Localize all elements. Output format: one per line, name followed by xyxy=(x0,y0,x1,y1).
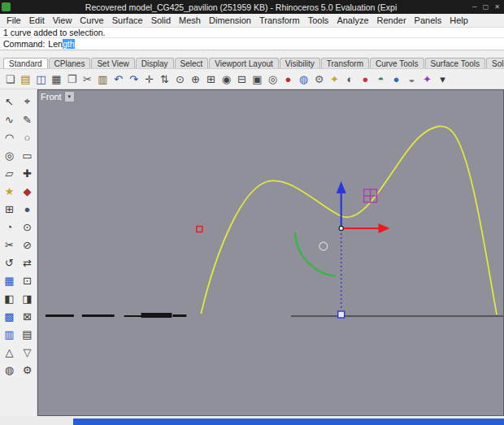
torus-tool-icon[interactable]: ⊙ xyxy=(19,219,37,235)
magnet-icon[interactable]: ✦ xyxy=(419,72,435,87)
yellow-curve[interactable] xyxy=(201,126,497,314)
viewport-layout-icon[interactable]: ⊟ xyxy=(234,72,250,87)
polyline-tool-icon[interactable]: ✎ xyxy=(19,111,37,128)
cplane-icon[interactable]: ◎ xyxy=(265,72,280,87)
menu-item-curve[interactable]: Curve xyxy=(76,15,107,25)
tab-viewport-layout[interactable]: Viewport Layout xyxy=(209,58,279,68)
trim-tool-icon[interactable]: ✂ xyxy=(1,236,19,253)
sphere-tool-icon[interactable]: ● xyxy=(19,201,37,217)
named-views-icon[interactable]: ▣ xyxy=(250,72,265,87)
zoom-icon[interactable]: ⊙ xyxy=(172,72,188,87)
tab-visibility[interactable]: Visibility xyxy=(280,58,320,68)
front-viewport[interactable]: Front ▾ xyxy=(37,89,504,416)
curve-tool-icon[interactable]: ∿ xyxy=(1,111,19,128)
shade-tool-icon[interactable]: ◍ xyxy=(1,362,19,378)
viewport-canvas[interactable] xyxy=(38,90,503,415)
gumball-plane-handle[interactable] xyxy=(364,189,377,202)
layer-tool-icon[interactable]: ▥ xyxy=(1,326,19,342)
shaded-view-icon[interactable]: ◍ xyxy=(296,72,311,87)
gumball-origin[interactable] xyxy=(339,226,343,230)
hatch-tool-icon[interactable]: ▩ xyxy=(1,308,19,324)
tab-set-view[interactable]: Set View xyxy=(91,58,134,68)
print-icon[interactable]: ▦ xyxy=(49,72,64,87)
rectangle-tool-icon[interactable]: ▭ xyxy=(19,147,37,163)
cylinder-tool-icon[interactable]: ◔ xyxy=(1,219,19,235)
render-globe-icon[interactable]: ◓ xyxy=(373,72,389,87)
menu-item-analyze[interactable]: Analyze xyxy=(332,15,372,25)
menu-item-solid[interactable]: Solid xyxy=(147,15,175,25)
properties-tool-icon[interactable]: ▤ xyxy=(19,326,37,342)
project-tool-icon[interactable]: ▽ xyxy=(19,344,37,360)
flattened-geometry[interactable] xyxy=(46,313,186,318)
rotate-tool-icon[interactable]: ↺ xyxy=(1,254,19,271)
paste-icon[interactable]: ▥ xyxy=(95,72,111,87)
more-tools-icon[interactable]: ▾ xyxy=(435,72,450,87)
minimize-button[interactable]: ─ xyxy=(472,3,477,11)
box-tool-icon[interactable]: ⊞ xyxy=(1,201,19,217)
select-tool-icon[interactable]: ↖ xyxy=(1,93,19,110)
viewport-menu-dropdown[interactable]: ▾ xyxy=(64,91,75,102)
zoom-window-icon[interactable]: ⊕ xyxy=(188,72,203,87)
array-tool-icon[interactable]: ▦ xyxy=(1,272,19,288)
tab-surface-tools[interactable]: Surface Tools xyxy=(425,58,485,68)
copy-icon[interactable]: ❐ xyxy=(64,72,80,87)
menu-item-dimension[interactable]: Dimension xyxy=(205,15,255,25)
maximize-button[interactable]: ▢ xyxy=(483,3,489,11)
gumball-y-arrow-head[interactable] xyxy=(337,181,346,193)
tab-standard[interactable]: Standard xyxy=(3,58,48,68)
light-icon[interactable]: ✦ xyxy=(327,72,342,87)
menu-item-transform[interactable]: Transform xyxy=(255,15,304,25)
car-icon[interactable]: ● xyxy=(280,72,296,87)
save-icon[interactable]: ◫ xyxy=(33,72,49,87)
close-button[interactable]: ✕ xyxy=(494,3,500,11)
command-input[interactable]: Command: Length xyxy=(0,38,504,50)
curve-start-point[interactable] xyxy=(197,227,202,232)
pan-icon[interactable]: ⇅ xyxy=(157,72,172,87)
fillet-tool-icon[interactable]: ◧ xyxy=(1,290,19,306)
surface-tool-icon[interactable]: ✚ xyxy=(19,165,37,181)
polygon-tool-icon[interactable]: ▱ xyxy=(1,165,19,181)
options-icon[interactable]: ⚙ xyxy=(311,72,327,87)
align-tool-icon[interactable]: △ xyxy=(1,344,19,360)
green-arc[interactable] xyxy=(295,232,336,276)
menu-item-mesh[interactable]: Mesh xyxy=(175,15,205,25)
menu-item-edit[interactable]: Edit xyxy=(25,15,49,25)
menu-item-panels[interactable]: Panels xyxy=(411,15,446,25)
render-icon[interactable]: ● xyxy=(358,72,373,87)
menu-item-help[interactable]: Help xyxy=(445,15,472,25)
move-icon[interactable]: ✛ xyxy=(141,72,157,87)
tab-curve-tools[interactable]: Curve Tools xyxy=(370,58,424,68)
tab-cplanes[interactable]: CPlanes xyxy=(49,58,91,68)
render-preview-icon[interactable]: ◐ xyxy=(342,72,358,87)
tab-select[interactable]: Select xyxy=(175,58,209,68)
arc-tool-icon[interactable]: ◠ xyxy=(1,129,19,145)
redo-icon[interactable]: ↷ xyxy=(126,72,141,87)
menu-item-render[interactable]: Render xyxy=(373,15,411,25)
solid-tool-icon[interactable]: ◆ xyxy=(19,183,37,199)
settings-tool-icon[interactable]: ⚙ xyxy=(19,362,37,378)
gumball-x-arrow-head[interactable] xyxy=(379,223,390,233)
curve-end-point[interactable] xyxy=(338,311,345,318)
split-tool-icon[interactable]: ⊘ xyxy=(19,236,37,253)
point-tool-icon[interactable]: ⌖ xyxy=(19,93,37,110)
cut-icon[interactable]: ✂ xyxy=(80,72,95,87)
undo-icon[interactable]: ↶ xyxy=(111,72,126,87)
menu-item-view[interactable]: View xyxy=(49,15,76,25)
menu-item-surface[interactable]: Surface xyxy=(108,15,147,25)
sphere-icon[interactable]: ● xyxy=(389,72,404,87)
open-file-icon[interactable]: ▤ xyxy=(18,72,33,87)
extend-tool-icon[interactable]: ⊡ xyxy=(19,272,37,288)
ellipse-tool-icon[interactable]: ◎ xyxy=(1,147,19,163)
mirror-tool-icon[interactable]: ⇄ xyxy=(19,254,37,271)
circle-tool-icon[interactable]: ○ xyxy=(19,129,37,145)
tab-display[interactable]: Display xyxy=(136,58,174,68)
material-icon[interactable]: ◒ xyxy=(404,72,419,87)
chamfer-tool-icon[interactable]: ◨ xyxy=(19,290,37,306)
tab-transform[interactable]: Transform xyxy=(321,58,369,68)
zoom-extents-icon[interactable]: ⊞ xyxy=(203,72,219,87)
menu-item-tools[interactable]: Tools xyxy=(304,15,333,25)
block-tool-icon[interactable]: ⊠ xyxy=(19,308,37,324)
new-file-icon[interactable]: ❏ xyxy=(2,72,18,87)
menu-item-file[interactable]: File xyxy=(2,15,25,25)
rotate-view-icon[interactable]: ◉ xyxy=(219,72,234,87)
